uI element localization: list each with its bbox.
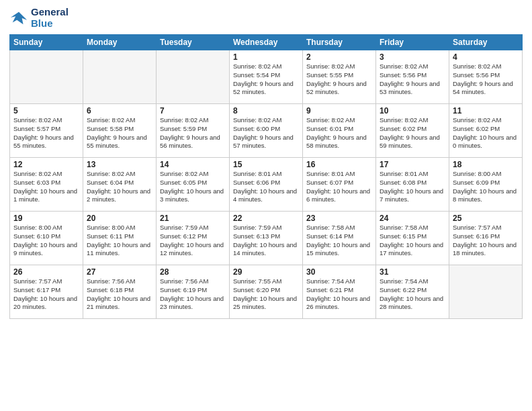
calendar-cell: 8Sunrise: 8:02 AM Sunset: 6:00 PM Daylig… [230,104,303,158]
calendar-cell: 5Sunrise: 8:02 AM Sunset: 5:57 PM Daylig… [10,104,83,158]
calendar-cell: 25Sunrise: 7:57 AM Sunset: 6:16 PM Dayli… [449,212,523,265]
calendar-cell [10,50,83,104]
day-number: 27 [87,267,152,277]
calendar-cell: 31Sunrise: 7:54 AM Sunset: 6:22 PM Dayli… [376,265,449,319]
calendar-cell: 12Sunrise: 8:02 AM Sunset: 6:03 PM Dayli… [10,158,83,212]
calendar-cell: 26Sunrise: 7:57 AM Sunset: 6:17 PM Dayli… [10,265,83,319]
day-info: Sunrise: 8:01 AM Sunset: 6:07 PM Dayligh… [306,170,372,204]
day-number: 22 [233,214,299,223]
calendar-cell: 3Sunrise: 8:02 AM Sunset: 5:56 PM Daylig… [376,50,449,104]
day-number: 25 [453,214,519,223]
day-number: 12 [13,160,79,169]
calendar-cell: 9Sunrise: 8:02 AM Sunset: 6:01 PM Daylig… [303,104,376,158]
day-number: 21 [160,214,226,223]
logo: General Blue [9,7,69,29]
calendar-cell: 17Sunrise: 8:01 AM Sunset: 6:08 PM Dayli… [376,158,449,212]
day-info: Sunrise: 8:02 AM Sunset: 6:02 PM Dayligh… [453,116,519,150]
day-number: 1 [233,52,299,62]
day-info: Sunrise: 7:59 AM Sunset: 6:12 PM Dayligh… [160,224,226,258]
day-info: Sunrise: 8:02 AM Sunset: 6:05 PM Dayligh… [160,170,226,204]
day-number: 10 [380,106,445,116]
day-number: 9 [306,106,372,116]
calendar-cell: 10Sunrise: 8:02 AM Sunset: 6:02 PM Dayli… [376,104,449,158]
calendar-cell: 28Sunrise: 7:56 AM Sunset: 6:19 PM Dayli… [157,265,230,319]
calendar-week-2: 5Sunrise: 8:02 AM Sunset: 5:57 PM Daylig… [10,104,523,158]
day-info: Sunrise: 7:55 AM Sunset: 6:20 PM Dayligh… [233,277,299,312]
day-info: Sunrise: 8:02 AM Sunset: 5:57 PM Dayligh… [13,116,79,150]
day-info: Sunrise: 8:02 AM Sunset: 6:04 PM Dayligh… [87,170,152,204]
day-info: Sunrise: 8:02 AM Sunset: 5:54 PM Dayligh… [233,62,299,97]
day-number: 6 [87,106,152,116]
weekday-header-saturday: Saturday [449,35,523,50]
day-number: 29 [233,267,299,277]
day-number: 17 [380,160,445,169]
day-info: Sunrise: 8:00 AM Sunset: 6:10 PM Dayligh… [13,224,79,258]
day-info: Sunrise: 7:59 AM Sunset: 6:13 PM Dayligh… [233,224,299,258]
day-info: Sunrise: 8:02 AM Sunset: 5:56 PM Dayligh… [453,62,519,97]
day-info: Sunrise: 8:02 AM Sunset: 6:02 PM Dayligh… [380,116,445,150]
calendar-cell: 20Sunrise: 8:00 AM Sunset: 6:11 PM Dayli… [83,212,157,265]
day-info: Sunrise: 7:58 AM Sunset: 6:14 PM Dayligh… [306,224,372,258]
calendar-cell: 19Sunrise: 8:00 AM Sunset: 6:10 PM Dayli… [10,212,83,265]
calendar-week-1: 1Sunrise: 8:02 AM Sunset: 5:54 PM Daylig… [10,50,523,104]
calendar-cell: 14Sunrise: 8:02 AM Sunset: 6:05 PM Dayli… [157,158,230,212]
day-number: 15 [233,160,299,169]
header: General Blue [9,7,523,29]
calendar-cell: 30Sunrise: 7:54 AM Sunset: 6:21 PM Dayli… [303,265,376,319]
day-info: Sunrise: 7:54 AM Sunset: 6:22 PM Dayligh… [380,277,445,312]
calendar-cell: 16Sunrise: 8:01 AM Sunset: 6:07 PM Dayli… [303,158,376,212]
calendar-cell [157,50,230,104]
logo-icon [9,9,28,28]
calendar-cell: 24Sunrise: 7:58 AM Sunset: 6:15 PM Dayli… [376,212,449,265]
day-number: 20 [87,214,152,223]
day-number: 11 [453,106,519,116]
day-info: Sunrise: 7:57 AM Sunset: 6:17 PM Dayligh… [13,277,79,312]
day-number: 4 [453,52,519,62]
calendar-cell: 29Sunrise: 7:55 AM Sunset: 6:20 PM Dayli… [230,265,303,319]
calendar-cell [83,50,157,104]
calendar-cell: 22Sunrise: 7:59 AM Sunset: 6:13 PM Dayli… [230,212,303,265]
weekday-header-thursday: Thursday [303,35,376,50]
weekday-header-wednesday: Wednesday [230,35,303,50]
calendar-cell: 27Sunrise: 7:56 AM Sunset: 6:18 PM Dayli… [83,265,157,319]
calendar-cell: 11Sunrise: 8:02 AM Sunset: 6:02 PM Dayli… [449,104,523,158]
day-number: 19 [13,214,79,223]
day-number: 5 [13,106,79,116]
day-info: Sunrise: 8:00 AM Sunset: 6:09 PM Dayligh… [453,170,519,204]
day-number: 23 [306,214,372,223]
weekday-header-row: SundayMondayTuesdayWednesdayThursdayFrid… [10,35,523,50]
day-number: 24 [380,214,445,223]
day-info: Sunrise: 8:01 AM Sunset: 6:06 PM Dayligh… [233,170,299,204]
day-info: Sunrise: 8:02 AM Sunset: 5:56 PM Dayligh… [380,62,445,97]
day-info: Sunrise: 7:56 AM Sunset: 6:18 PM Dayligh… [87,277,152,312]
svg-marker-0 [11,11,27,24]
calendar-cell: 7Sunrise: 8:02 AM Sunset: 5:59 PM Daylig… [157,104,230,158]
calendar-cell: 15Sunrise: 8:01 AM Sunset: 6:06 PM Dayli… [230,158,303,212]
calendar-week-5: 26Sunrise: 7:57 AM Sunset: 6:17 PM Dayli… [10,265,523,319]
day-number: 31 [380,267,445,277]
day-info: Sunrise: 8:02 AM Sunset: 5:58 PM Dayligh… [87,116,152,150]
day-number: 28 [160,267,226,277]
day-info: Sunrise: 7:58 AM Sunset: 6:15 PM Dayligh… [380,224,445,258]
calendar-cell: 6Sunrise: 8:02 AM Sunset: 5:58 PM Daylig… [83,104,157,158]
day-number: 30 [306,267,372,277]
weekday-header-monday: Monday [83,35,157,50]
day-info: Sunrise: 8:02 AM Sunset: 6:00 PM Dayligh… [233,116,299,150]
calendar-cell: 13Sunrise: 8:02 AM Sunset: 6:04 PM Dayli… [83,158,157,212]
day-number: 13 [87,160,152,169]
calendar-cell: 2Sunrise: 8:02 AM Sunset: 5:55 PM Daylig… [303,50,376,104]
logo-text: General Blue [31,7,69,29]
page: General Blue SundayMondayTuesdayWednesda… [0,0,532,411]
weekday-header-sunday: Sunday [10,35,83,50]
day-number: 18 [453,160,519,169]
day-number: 26 [13,267,79,277]
day-info: Sunrise: 8:02 AM Sunset: 5:55 PM Dayligh… [306,62,372,97]
calendar-cell: 4Sunrise: 8:02 AM Sunset: 5:56 PM Daylig… [449,50,523,104]
calendar: SundayMondayTuesdayWednesdayThursdayFrid… [9,34,523,319]
day-info: Sunrise: 8:02 AM Sunset: 6:03 PM Dayligh… [13,170,79,204]
weekday-header-tuesday: Tuesday [157,35,230,50]
calendar-cell: 18Sunrise: 8:00 AM Sunset: 6:09 PM Dayli… [449,158,523,212]
day-number: 3 [380,52,445,62]
day-info: Sunrise: 7:54 AM Sunset: 6:21 PM Dayligh… [306,277,372,312]
day-info: Sunrise: 8:02 AM Sunset: 5:59 PM Dayligh… [160,116,226,150]
